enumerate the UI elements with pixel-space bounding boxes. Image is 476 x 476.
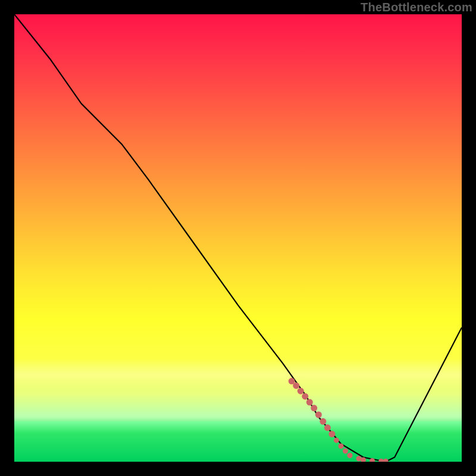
highlight-marker	[293, 383, 299, 389]
highlight-marker	[328, 431, 335, 437]
highlight-marker	[306, 399, 313, 406]
highlight-marker	[356, 456, 362, 461]
highlight-marker	[347, 453, 353, 458]
highlight-marker	[298, 388, 304, 394]
highlight-marker	[320, 418, 326, 425]
highlight-markers	[289, 378, 389, 462]
highlight-marker	[383, 459, 389, 462]
highlight-marker	[311, 405, 317, 411]
highlight-marker	[339, 443, 344, 449]
watermark-text: TheBottleneck.com	[361, 1, 472, 14]
highlight-marker	[302, 393, 308, 400]
highlight-marker	[343, 449, 348, 454]
chart-overlay-svg	[14, 14, 462, 462]
highlight-marker	[334, 437, 339, 443]
highlight-marker	[324, 424, 331, 431]
highlight-marker	[315, 412, 322, 418]
bottleneck-curve	[14, 14, 462, 462]
